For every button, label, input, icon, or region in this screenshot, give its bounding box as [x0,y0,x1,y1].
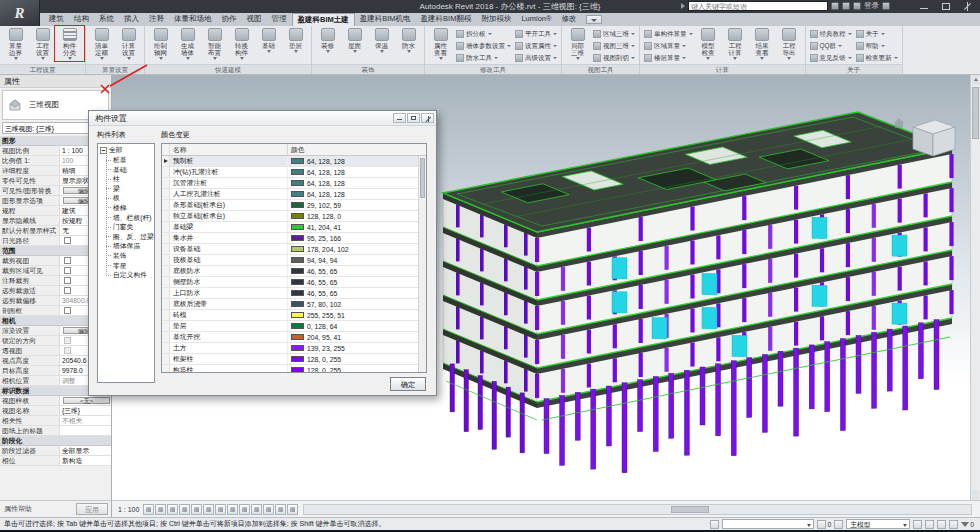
table-row[interactable]: 设备基础178, 204, 102 [162,244,426,255]
table-scroll-thumb[interactable] [420,158,425,198]
ribbon-tab[interactable]: 建筑 [44,13,69,26]
dialog-maximize-button[interactable] [407,113,420,123]
ribbon-button[interactable]: 防水工具 [456,52,511,64]
tree-item[interactable]: 基础 [103,165,154,175]
ribbon-button[interactable]: 楼层算量 [644,52,693,64]
table-row[interactable]: 筏板基础94, 94, 94 [162,255,426,266]
ribbon-button[interactable]: 高级设置 [515,52,557,64]
ribbon-button[interactable]: 意见反馈 [810,52,852,64]
view-scale-button[interactable]: 1 : 100 [118,506,139,513]
color-swatch[interactable] [291,334,304,340]
help-icon[interactable] [882,2,890,10]
search-icon[interactable] [831,2,839,10]
type-selector-dropdown[interactable]: 三维视图: {三维} [2,122,95,134]
exclude-options-icon[interactable] [913,520,922,529]
table-row[interactable]: 垫层0, 128, 64 [162,321,426,332]
editing-requests-badge[interactable]: 0 [817,520,831,529]
rendering-dialog-icon[interactable] [203,504,214,515]
ribbon-button[interactable]: 单构件算量 [644,28,693,40]
ribbon-tab[interactable]: 盈建科BIM土建 [292,13,355,26]
table-row[interactable]: 集水井95, 25, 166 [162,233,426,244]
tree-item[interactable]: 圈、反、过梁 [103,232,154,242]
color-swatch[interactable] [291,268,304,274]
tree-item[interactable]: 梁 [103,184,154,194]
minimize-ribbon-icon[interactable] [586,15,602,24]
tree-item[interactable]: 装饰 [103,251,154,261]
color-swatch[interactable] [291,301,304,307]
select-underlay-icon[interactable] [937,520,946,529]
tree-item[interactable]: 桩基 [103,155,154,165]
worksets-icon[interactable] [710,520,719,529]
property-value[interactable]: {三维} [60,406,111,415]
dialog-title-bar[interactable]: 构件设置 [89,111,436,126]
table-row[interactable]: 土方139, 23, 255 [162,343,426,354]
tree-item[interactable]: 墙、栏板(杆) [103,213,154,223]
visual-style-icon[interactable] [167,504,178,515]
minimize-button[interactable] [914,1,934,12]
ribbon-button[interactable]: 结果 查看 [749,27,776,60]
sun-path-icon[interactable] [179,504,190,515]
table-row[interactable]: 冲(钻)孔灌注桩64, 128, 128 [162,167,426,178]
ribbon-button[interactable]: 设置属性 [515,40,557,52]
shadows-icon[interactable] [191,504,202,515]
ribbon-button[interactable]: 属性 查看 [427,27,454,60]
color-swatch[interactable] [291,191,304,197]
ribbon-button[interactable]: 局部 三维 [564,27,591,60]
ribbon-button[interactable]: 生成 墙体 [174,27,201,60]
ribbon-button[interactable]: 基础 [255,27,282,53]
temporary-hide-isolate-icon[interactable] [239,504,250,515]
color-swatch[interactable] [291,290,304,296]
ribbon-button[interactable]: 经典教程 [810,28,852,40]
table-row[interactable]: 底板后浇带57, 80, 102 [162,299,426,310]
property-value[interactable] [60,426,111,435]
tree-item[interactable]: 楼梯 [103,203,154,213]
dialog-close-button[interactable] [421,113,434,123]
properties-help-link[interactable]: 属性帮助 [4,504,32,514]
ribbon-tab[interactable]: 管理 [267,13,292,26]
sign-in-button[interactable]: 登录 [864,1,879,11]
select-pinned-icon[interactable] [949,520,958,529]
table-row[interactable]: 人工挖孔灌注桩64, 128, 128 [162,189,426,200]
color-swatch[interactable] [291,224,304,230]
ribbon-button[interactable]: 屋面 [341,27,368,53]
ribbon-button[interactable]: QQ群 [810,40,852,52]
checkbox[interactable] [64,277,71,284]
checkbox[interactable] [64,287,71,294]
checkbox[interactable] [64,257,71,264]
color-swatch[interactable] [291,367,304,373]
ribbon-tab[interactable]: 盈建科BIM机电 [355,13,416,26]
table-row[interactable]: 基坑开挖204, 95, 41 [162,332,426,343]
show-crop-region-icon[interactable] [227,504,238,515]
ribbon-button[interactable]: 计算 设置 [115,27,142,60]
property-value[interactable]: 全部显示 [60,446,111,455]
ribbon-button[interactable]: 装修 [314,27,341,53]
table-row[interactable]: 沉管灌注桩64, 128, 128 [162,178,426,189]
tree-item[interactable]: 自定义构件 [103,270,154,280]
ribbon-button[interactable]: 清单 定额 [88,27,115,60]
worksharing-display-icon[interactable] [275,504,286,515]
ribbon-tab[interactable]: 协作 [217,13,242,26]
viewcube-home-icon[interactable] [894,118,904,128]
communication-center-icon[interactable] [842,2,850,10]
tree-item[interactable]: 柱 [103,174,154,184]
revit-logo[interactable]: R [0,0,40,26]
view-cube[interactable] [913,120,955,156]
design-option-dropdown[interactable]: 主模型 [846,519,910,529]
ribbon-button[interactable]: 关于 [856,28,898,40]
horizontal-scroll-thumb[interactable] [671,506,709,513]
ribbon-button[interactable]: 智能 布置 [201,27,228,60]
table-row[interactable]: 侧壁防水46, 55, 65 [162,277,426,288]
ribbon-button[interactable]: 区域算量 [644,40,693,52]
edit-button[interactable]: <无> [63,397,110,404]
reveal-hidden-elements-icon[interactable] [251,504,262,515]
table-row[interactable]: 框架柱128, 0, 255 [162,354,426,365]
ribbon-button[interactable]: 绘制 轴网 [147,27,174,60]
ribbon-tab[interactable]: 盈建科BIM翻模 [416,13,477,26]
ribbon-button[interactable]: 视图剖切 [593,52,635,64]
tree-item[interactable]: 墙体保温 [103,241,154,251]
color-swatch[interactable] [291,246,304,252]
tree-item[interactable]: 零星 [103,261,154,271]
favorites-icon[interactable] [853,2,861,10]
ribbon-tab[interactable]: 系统 [94,13,119,26]
workset-dropdown[interactable] [722,519,814,529]
